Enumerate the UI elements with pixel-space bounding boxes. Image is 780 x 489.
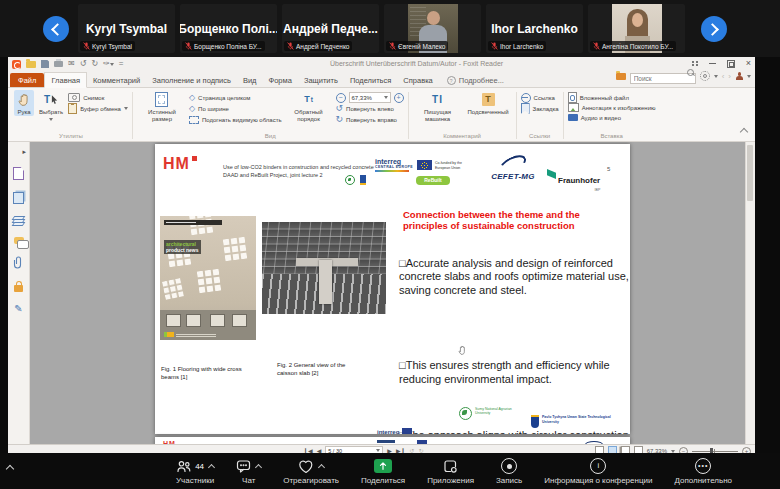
highlight-button[interactable]: T Подсвеченный <box>465 90 512 116</box>
gear-icon[interactable] <box>700 71 710 81</box>
document-area[interactable]: HM Use of low-CO2 binders in constructio… <box>30 142 745 444</box>
snapshot-button[interactable]: Снимок <box>68 93 128 102</box>
typewriter-button[interactable]: TI Пишущая машинка <box>413 90 463 123</box>
prev-participants-button[interactable] <box>43 16 69 42</box>
email-icon[interactable]: ✉ <box>68 60 75 68</box>
zoom-out-icon[interactable]: − <box>336 93 346 103</box>
meeting-info-button[interactable]: i Информация о конференции <box>533 458 663 485</box>
chevron-up-icon[interactable] <box>255 464 262 471</box>
uman-shield-icon <box>531 415 539 428</box>
bookmarks-panel-icon[interactable] <box>13 167 24 180</box>
hand-tool-button[interactable]: Рука <box>14 90 34 116</box>
clipboard-icon <box>68 103 77 114</box>
print-icon[interactable] <box>54 61 63 67</box>
expand-toolbar-chevron[interactable] <box>6 465 14 473</box>
slide-heading: Connection between the theme and the pri… <box>403 209 621 231</box>
react-button[interactable]: Отреагировать <box>272 458 350 485</box>
fraunhofer-logo: FraunhoferIBP <box>547 169 600 192</box>
expand-panel-icon[interactable]: ▸ <box>22 148 26 155</box>
skylight-cluster <box>223 237 248 262</box>
account-avatar-icon[interactable] <box>735 72 743 80</box>
ribbon-group-utilities: Рука T Выбрать Снимок Буфер обмена Утили… <box>14 90 128 141</box>
collapse-ribbon-icon[interactable] <box>740 128 748 136</box>
hand-tool-quick-icon[interactable]: ✑ <box>103 60 114 68</box>
participant-tile[interactable]: Борщенко Полі... Борщенко Поліна БУ... <box>180 4 277 53</box>
search-icon[interactable] <box>687 69 694 76</box>
tell-me-control[interactable]: ?Подробнее... <box>447 76 504 87</box>
minimize-icon[interactable] <box>709 63 716 65</box>
typewriter-icon: TI <box>432 92 443 107</box>
participants-button[interactable]: 44 Участники <box>165 458 225 485</box>
bookmark-button[interactable]: Закладка <box>521 104 559 113</box>
scrollbar-thumb[interactable] <box>747 145 753 201</box>
tab-help[interactable]: Справка <box>397 73 438 87</box>
reverse-order-button[interactable]: Tt Обратный порядок <box>284 90 334 123</box>
comments-panel-icon[interactable] <box>14 237 24 244</box>
tab-share[interactable]: Поделиться <box>344 73 397 87</box>
undo-icon[interactable]: ↺ <box>80 60 87 68</box>
full-page-button[interactable]: ◇Страница целиком <box>189 93 282 102</box>
participant-tile[interactable]: Ihor Larchenko Ihor Larchenko <box>486 4 583 53</box>
participant-tile[interactable]: Kyryl Tsymbal Kyryl Tsymbal <box>78 4 175 53</box>
tab-comment[interactable]: Комментарий <box>87 73 146 87</box>
tab-home[interactable]: Главная <box>44 72 87 88</box>
next-participants-button[interactable] <box>701 16 727 42</box>
info-icon: i <box>590 458 606 474</box>
chevron-up-icon[interactable] <box>208 464 215 471</box>
badge-label: Андрей Педченко <box>296 43 349 50</box>
apps-button[interactable]: Приложения <box>416 458 485 485</box>
magazine-title: architectural product news <box>164 240 201 254</box>
layout-icon[interactable] <box>692 61 698 67</box>
link-button[interactable]: Ссылка <box>521 93 559 102</box>
zoom-in-icon[interactable]: + <box>394 93 404 103</box>
vertical-scrollbar[interactable] <box>745 142 755 444</box>
chevron-up-icon[interactable] <box>318 464 325 471</box>
fit-visible-button[interactable]: Подогнать видимую область <box>189 115 282 124</box>
share-screen-button[interactable]: Поделиться <box>350 458 416 485</box>
figure-2-caption: Fig. 2 General view of the caisson slab … <box>277 362 361 377</box>
hand-icon <box>17 92 31 107</box>
badge-label: Євгеній Малеко <box>398 43 445 50</box>
layers-panel-icon[interactable] <box>13 216 24 225</box>
zoom-level-select[interactable]: 67,33% <box>349 92 391 103</box>
zoom-slider[interactable] <box>692 451 738 452</box>
search-input[interactable] <box>630 73 696 84</box>
folder-shortcut-icon[interactable] <box>616 73 626 80</box>
tab-file[interactable]: Файл <box>10 73 44 87</box>
record-button[interactable]: Запись <box>485 458 533 485</box>
image-annotation-button[interactable]: Аннотация к изображению <box>568 103 656 112</box>
pages-panel-icon[interactable] <box>13 192 24 204</box>
attach-file-button[interactable]: Вложенный файл <box>568 93 656 102</box>
signature-panel-icon[interactable]: ✎ <box>14 304 22 314</box>
participant-tile-video[interactable]: Ангеліна Покотило БУ... <box>588 4 685 53</box>
foxit-logo-icon[interactable] <box>12 60 21 69</box>
redo-icon[interactable]: ↻ <box>91 60 98 68</box>
security-panel-icon[interactable] <box>14 285 23 292</box>
more-button[interactable]: ••• Дополнительно <box>663 458 743 485</box>
badge-label: Kyryl Tsymbal <box>92 43 132 50</box>
clipboard-button[interactable]: Буфер обмена <box>68 104 128 113</box>
tab-protect[interactable]: Защитить <box>298 73 344 87</box>
chat-button[interactable]: Чат <box>225 458 272 485</box>
actual-size-button[interactable]: Истинный размер <box>137 90 187 123</box>
tab-fill-sign[interactable]: Заполнение и подпись <box>146 73 237 87</box>
partner-mini-logos: ReBuilt <box>345 175 450 185</box>
highlight-icon: T <box>482 92 495 107</box>
audio-video-button[interactable]: Аудио и видео <box>568 113 656 122</box>
fit-width-button[interactable]: ◇По ширине <box>189 104 282 113</box>
ribbon: Рука T Выбрать Снимок Буфер обмена Утили… <box>8 88 755 142</box>
rotate-left-button[interactable]: ↺Повернуть влево <box>336 104 404 113</box>
participant-tile-video[interactable]: Євгеній Малеко <box>384 4 481 53</box>
save-icon[interactable] <box>41 60 49 68</box>
attachments-panel-icon[interactable] <box>13 256 24 269</box>
select-tool-button[interactable]: T Выбрать <box>36 90 66 121</box>
tab-view[interactable]: Вид <box>237 73 263 87</box>
back-icon[interactable]: ‹ <box>722 72 725 81</box>
tab-form[interactable]: Форма <box>263 73 298 87</box>
participant-tile[interactable]: Андрей Педче... Андрей Педченко <box>282 4 379 53</box>
workspace: ▸ ✎ HM Use of low-CO2 binders in constru… <box>8 142 755 444</box>
forward-icon[interactable]: › <box>728 72 731 81</box>
rotate-right-button[interactable]: ↻Повернуть вправо <box>336 115 404 124</box>
open-file-icon[interactable] <box>26 61 36 68</box>
customize-toolbar-icon[interactable]: = <box>119 60 124 68</box>
